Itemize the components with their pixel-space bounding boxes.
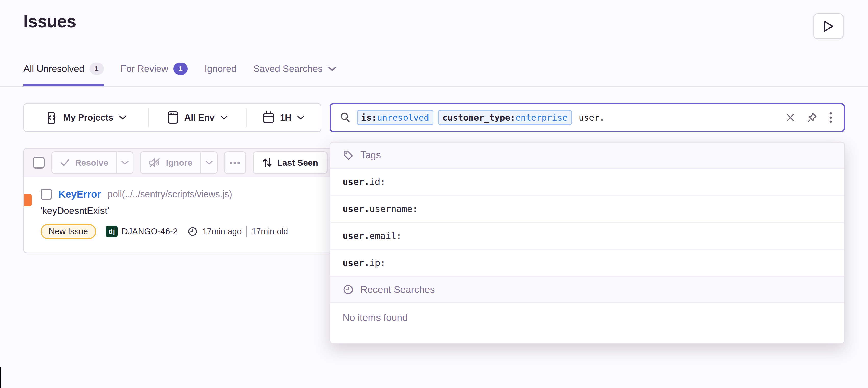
date-range-filter[interactable]: 1H xyxy=(247,104,321,131)
projects-icon xyxy=(46,111,58,124)
issue-last-seen: 17min ago xyxy=(202,227,242,236)
issue-short-id: DJANGO-46-2 xyxy=(122,227,178,236)
error-level-bar xyxy=(24,194,32,206)
rest-text: ip: xyxy=(369,258,385,268)
chevron-down-icon xyxy=(220,115,228,120)
search-input[interactable]: is:unresolved customer_type:enterprise u… xyxy=(357,110,780,125)
new-issue-badge: New Issue xyxy=(40,224,96,239)
project-filter[interactable]: My Projects xyxy=(24,104,148,131)
window-icon xyxy=(167,111,179,124)
mute-icon xyxy=(149,158,161,168)
chevron-down-icon xyxy=(205,160,213,165)
play-icon xyxy=(823,20,834,33)
rest-text: id: xyxy=(369,177,385,187)
search-autocomplete-dropdown: Tags user.id: user.username: user.email:… xyxy=(330,142,845,344)
match-text: user. xyxy=(343,258,369,268)
search-typed-text: user. xyxy=(579,112,604,123)
page-filter-bar: My Projects All Env xyxy=(24,103,321,132)
tag-icon xyxy=(343,150,354,161)
django-logo-icon: dj xyxy=(106,226,118,237)
autocomplete-item-user-ip[interactable]: user.ip: xyxy=(330,250,844,277)
recent-searches-label: Recent Searches xyxy=(361,284,435,295)
token-key: is: xyxy=(361,112,377,123)
environment-filter[interactable]: All Env xyxy=(149,104,246,131)
close-icon xyxy=(786,113,795,122)
match-text: user. xyxy=(343,231,369,241)
token-key: customer_type: xyxy=(442,112,516,123)
chevron-down-icon xyxy=(328,66,336,72)
pin-search-button[interactable] xyxy=(807,112,817,123)
ignore-dropdown-button[interactable] xyxy=(200,152,217,173)
tab-saved-searches[interactable]: Saved Searches xyxy=(253,59,336,87)
project-badge: dj DJANGO-46-2 xyxy=(106,226,178,237)
autocomplete-item-user-id[interactable]: user.id: xyxy=(330,168,844,196)
more-actions-button[interactable]: ••• xyxy=(224,152,246,174)
search-actions xyxy=(786,112,835,123)
sort-arrows-icon xyxy=(262,157,272,168)
project-filter-label: My Projects xyxy=(63,112,113,123)
tags-section-header: Tags xyxy=(330,142,844,168)
tab-ignored[interactable]: Ignored xyxy=(205,59,237,87)
replay-play-button[interactable] xyxy=(813,13,843,39)
token-value: unresolved xyxy=(377,112,429,123)
clock-icon xyxy=(343,284,354,295)
issue-checkbox[interactable] xyxy=(40,189,52,200)
no-items-message: No items found xyxy=(330,302,844,343)
tab-label: For Review xyxy=(121,63,168,74)
kebab-menu-icon xyxy=(829,112,832,123)
check-icon xyxy=(60,158,70,167)
tab-label: All Unresolved xyxy=(24,63,85,74)
issue-location: poll(../../sentry/scripts/views.js) xyxy=(107,189,232,200)
resolve-label: Resolve xyxy=(75,158,108,168)
issue-age: 17min old xyxy=(251,227,288,236)
tab-count-badge: 1 xyxy=(90,63,104,75)
tags-header-label: Tags xyxy=(361,150,381,161)
environment-filter-label: All Env xyxy=(184,112,215,123)
search-token-customer-type[interactable]: customer_type:enterprise xyxy=(438,110,572,125)
tab-bar: All Unresolved 1 For Review 1 Ignored Sa… xyxy=(24,59,336,87)
chevron-down-icon xyxy=(297,115,305,120)
token-value: enterprise xyxy=(516,112,568,123)
calendar-icon xyxy=(263,111,275,124)
issue-title-link[interactable]: KeyError xyxy=(58,189,101,200)
chevron-down-icon xyxy=(121,160,129,165)
sort-label: Last Seen xyxy=(277,158,318,168)
more-actions-label: ••• xyxy=(229,158,241,168)
match-text: user. xyxy=(343,177,369,187)
ignore-label: Ignore xyxy=(166,158,192,168)
screen-edge-artifact xyxy=(0,367,1,388)
search-icon xyxy=(340,112,351,123)
select-all-checkbox[interactable] xyxy=(33,157,44,168)
page-title: Issues xyxy=(24,11,76,31)
issues-page: Issues All Unresolved 1 For Review 1 Ign… xyxy=(0,0,868,388)
timestamp-separator xyxy=(246,226,247,237)
date-range-label: 1H xyxy=(280,112,291,123)
rest-text: username: xyxy=(369,204,418,214)
issue-timestamps: 17min ago 17min old xyxy=(187,226,288,237)
autocomplete-item-user-email[interactable]: user.email: xyxy=(330,223,844,250)
clear-search-button[interactable] xyxy=(786,113,795,122)
rest-text: email: xyxy=(369,231,401,241)
chevron-down-icon xyxy=(119,115,126,120)
recent-searches-header: Recent Searches xyxy=(330,277,844,302)
ignore-split-button: Ignore xyxy=(140,152,218,174)
tab-label: Saved Searches xyxy=(253,63,323,74)
tab-for-review[interactable]: For Review 1 xyxy=(121,59,188,87)
ignore-button[interactable]: Ignore xyxy=(141,152,200,173)
tab-label: Ignored xyxy=(205,63,237,74)
search-token-is-unresolved[interactable]: is:unresolved xyxy=(357,110,433,125)
header-divider xyxy=(0,87,868,87)
resolve-dropdown-button[interactable] xyxy=(116,152,133,173)
autocomplete-item-user-username[interactable]: user.username: xyxy=(330,196,844,223)
resolve-split-button: Resolve xyxy=(51,152,133,174)
tab-all-unresolved[interactable]: All Unresolved 1 xyxy=(24,59,104,87)
resolve-button[interactable]: Resolve xyxy=(52,152,116,173)
clock-icon xyxy=(187,226,198,236)
match-text: user. xyxy=(343,204,369,214)
search-bar[interactable]: is:unresolved customer_type:enterprise u… xyxy=(330,103,845,132)
pin-icon xyxy=(807,112,817,123)
search-menu-button[interactable] xyxy=(829,112,832,123)
tab-count-badge: 1 xyxy=(174,63,188,75)
sort-last-seen-button[interactable]: Last Seen xyxy=(253,152,328,174)
